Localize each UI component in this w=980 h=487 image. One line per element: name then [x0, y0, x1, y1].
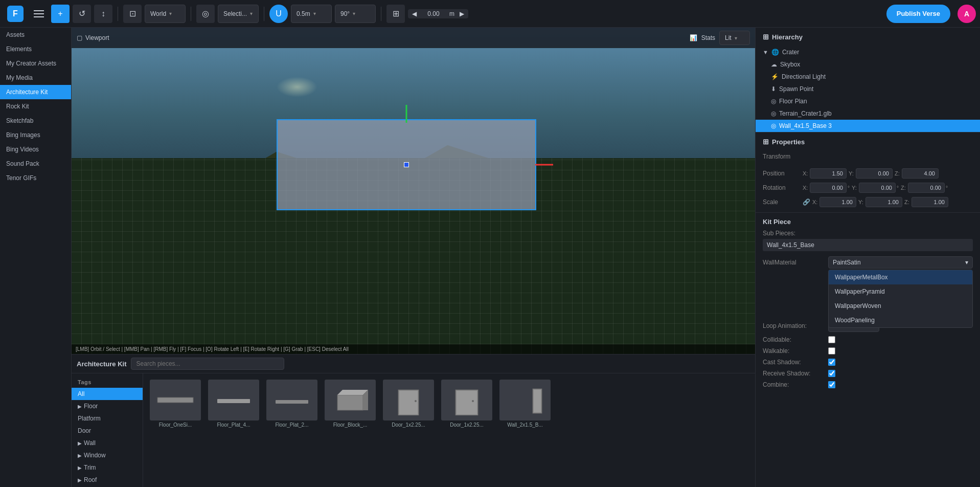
asset-wall[interactable]: Wall_2x1.5_B...	[497, 378, 553, 430]
selection-dropdown[interactable]: Selecti... ▾	[218, 5, 259, 23]
hierarchy-terrain[interactable]: ◎ Terrain_Crater1.glb	[756, 107, 980, 120]
arrow-right[interactable]: ▶	[458, 10, 466, 17]
position-z-input[interactable]	[902, 168, 939, 179]
tags-panel: Tags All ▶ Floor Platform Door ▶ Wall ▶ …	[72, 373, 143, 487]
viewport[interactable]: ▢ Viewport 📊 Stats Lit ▾	[72, 28, 755, 354]
position-y-input[interactable]	[856, 168, 893, 179]
floor-plan-label: Floor Plan	[779, 98, 807, 105]
tag-all[interactable]: All	[72, 388, 143, 400]
position-input[interactable]	[421, 10, 446, 17]
asset-door1[interactable]: Door_1x2.25...	[380, 378, 437, 430]
asset-door2[interactable]: Door_1x2.25...	[439, 378, 495, 430]
world-label: World	[150, 10, 166, 17]
wall-material-value: PaintSatin	[833, 259, 861, 266]
asset-floor-plat4-label: Floor_Plat_4...	[217, 422, 250, 428]
asset-wall-thumb	[499, 380, 551, 420]
tag-roof[interactable]: ▶ Roof	[72, 474, 143, 486]
sidebar-item-my-media[interactable]: My Media	[0, 71, 71, 85]
angle-dropdown[interactable]: 90° ▾	[335, 5, 376, 23]
transform-center-dot[interactable]	[404, 162, 409, 167]
cast-shadow-checkbox[interactable]	[828, 359, 835, 366]
hierarchy-directional-light[interactable]: ⚡ Directional Light	[756, 71, 980, 83]
search-input[interactable]	[131, 358, 284, 370]
tag-trim[interactable]: ▶ Trim	[72, 461, 143, 474]
tag-platform[interactable]: Platform	[72, 412, 143, 425]
sidebar-item-creator-assets[interactable]: My Creator Assets	[0, 56, 71, 71]
sidebar-item-assets[interactable]: Assets	[0, 28, 71, 42]
material-option-woodpaneling[interactable]: WoodPaneling	[829, 313, 972, 327]
scale-x-input[interactable]	[819, 197, 856, 207]
tag-wall[interactable]: ▶ Wall	[72, 437, 143, 449]
hierarchy-wall[interactable]: ◎ Wall_4x1.5_Base 3	[756, 120, 980, 132]
collidable-checkbox[interactable]	[828, 336, 835, 343]
world-dropdown[interactable]: World ▾	[145, 5, 186, 23]
tag-window-label: Window	[84, 452, 106, 459]
asset-floor-plat4[interactable]: Floor_Plat_4...	[206, 378, 262, 430]
snap-dropdown[interactable]: 0.5m ▾	[291, 5, 332, 23]
logo-button[interactable]: F	[4, 3, 27, 25]
hierarchy-skybox[interactable]: ☁ Skybox	[756, 58, 980, 71]
sidebar-item-bing-images[interactable]: Bing Images	[0, 128, 71, 142]
asset-floor-plat2[interactable]: Floor_Plat_2...	[264, 378, 320, 430]
hierarchy-crater[interactable]: ▼ 🌐 Crater	[756, 46, 980, 58]
transform-handle-vertical[interactable]	[406, 105, 407, 123]
selected-object[interactable]	[277, 119, 536, 211]
refresh-button[interactable]: ↺	[73, 5, 91, 23]
material-option-woven[interactable]: WallpaperWoven	[829, 299, 972, 313]
hierarchy-spawn-point[interactable]: ⬇ Spawn Point	[756, 83, 980, 95]
sidebar-item-bing-videos[interactable]: Bing Videos	[0, 142, 71, 157]
combine-checkbox[interactable]	[828, 381, 835, 388]
rotation-x-input[interactable]	[810, 183, 847, 193]
hierarchy-floor-plan[interactable]: ◎ Floor Plan	[756, 95, 980, 107]
properties-header: ⊞ Properties	[756, 132, 980, 151]
sidebar-item-rock-kit[interactable]: Rock Kit	[0, 99, 71, 114]
svg-rect-3	[276, 400, 308, 404]
mode-button[interactable]: ⊡	[123, 5, 142, 23]
add-object-button[interactable]: +	[51, 5, 70, 23]
spawn-icon: ⬇	[771, 85, 776, 93]
sidebar-item-sound-pack[interactable]: Sound Pack	[0, 157, 71, 171]
wall-material-select[interactable]: PaintSatin ▾	[828, 256, 973, 269]
sidebar-item-tenor-gifs[interactable]: Tenor GIFs	[0, 171, 71, 185]
publish-button[interactable]: Publish Verse	[886, 5, 950, 23]
material-option-metalbox[interactable]: WallpaperMetalBox	[829, 270, 972, 284]
rotation-y-input[interactable]	[859, 183, 896, 193]
grid-button[interactable]: ⊞	[386, 5, 405, 23]
viewport-label: Viewport	[85, 34, 109, 41]
sidebar-item-architecture-kit[interactable]: Architecture Kit	[0, 85, 71, 99]
tag-window[interactable]: ▶ Window	[72, 449, 143, 461]
position-x-input[interactable]	[810, 168, 847, 179]
loop-animation-label: Loop Animation:	[763, 322, 824, 329]
walkable-row: Walkable:	[763, 347, 973, 355]
wall-material-arrow: ▾	[965, 259, 968, 266]
material-option-pyramid[interactable]: WallpaperPyramid	[829, 284, 972, 299]
snap-button[interactable]: U	[269, 5, 288, 23]
svg-rect-13	[472, 400, 474, 402]
rotation-z-deg: °	[946, 185, 948, 191]
assets-kit-label: Architecture Kit	[77, 360, 127, 368]
target-button[interactable]: ◎	[196, 5, 215, 23]
avatar-button[interactable]: A	[958, 5, 976, 23]
scale-lock-icon[interactable]: 🔗	[803, 198, 810, 206]
stats-label[interactable]: Stats	[701, 34, 715, 41]
receive-shadow-checkbox[interactable]	[828, 370, 835, 377]
tag-door[interactable]: Door	[72, 425, 143, 437]
asset-floor-onesi[interactable]: Floor_OneSi...	[147, 378, 203, 430]
position-group: ◀ m ▶	[408, 9, 468, 18]
sidebar-item-elements[interactable]: Elements	[0, 42, 71, 56]
asset-floor-block[interactable]: Floor_Block_...	[322, 378, 378, 430]
trim-arrow-icon: ▶	[78, 465, 82, 471]
menu-button[interactable]	[30, 5, 48, 23]
scale-y-group: Y:	[858, 197, 902, 207]
tag-floor[interactable]: ▶ Floor	[72, 400, 143, 412]
arrow-left[interactable]: ◀	[410, 10, 419, 17]
walkable-checkbox[interactable]	[828, 347, 835, 355]
sidebar-item-sketchfab[interactable]: Sketchfab	[0, 114, 71, 128]
lit-dropdown[interactable]: Lit ▾	[719, 31, 750, 45]
cast-shadow-row: Cast Shadow:	[763, 359, 973, 366]
transform-handle-horizontal[interactable]	[535, 164, 553, 165]
rotation-z-input[interactable]	[908, 183, 945, 193]
scale-z-input[interactable]	[911, 197, 948, 207]
scale-y-input[interactable]	[865, 197, 902, 207]
transform-button[interactable]: ↕	[94, 5, 112, 23]
